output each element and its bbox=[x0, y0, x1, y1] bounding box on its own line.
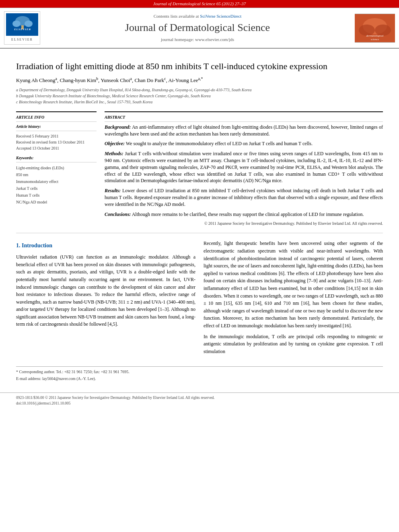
methods-label: Methods: bbox=[105, 151, 123, 156]
authors-line: Kyung Ah Cheonga, Chang-hyun Kimb, Yunse… bbox=[16, 76, 383, 84]
keyword-4: Human T cells bbox=[16, 192, 97, 199]
journal-title-center: Contents lists available at SciVerse Sci… bbox=[44, 13, 351, 43]
journal-name: Journal of Dermatological Science bbox=[44, 21, 351, 35]
affiliation-a: a Department of Dermatology, Dongguk Uni… bbox=[16, 87, 383, 93]
results-label: Results: bbox=[105, 188, 121, 193]
affiliation-b: b Dongguk University Research Institute … bbox=[16, 93, 383, 99]
background-label: Background: bbox=[105, 124, 131, 130]
doi-line: doi:10.1016/j.jdermsci.2011.10.005 bbox=[16, 401, 383, 406]
svg-text:ELSEVIER: ELSEVIER bbox=[14, 28, 31, 31]
received-revised-date: Received in revised form 13 October 2011 bbox=[16, 139, 97, 145]
elsevier-logo: ELSEVIER ELSEVIER bbox=[4, 11, 40, 44]
author-sup-a3: a,* bbox=[198, 76, 203, 81]
section-divider bbox=[16, 233, 383, 233]
keywords-list: Light-emitting diodes (LEDs) 850 nm Immu… bbox=[16, 164, 97, 205]
journal-reference-bar: Journal of Dermatological Science 65 (20… bbox=[0, 0, 399, 8]
keyword-3: Jurkat T cells bbox=[16, 185, 97, 192]
intro-para1: Ultraviolet radiation (UVR) can function… bbox=[16, 253, 195, 328]
abstract-label: ABSTRACT bbox=[105, 115, 383, 122]
journal-homepage: journal homepage: www.elsevier.com/jds bbox=[44, 37, 351, 43]
intro-para2: Recently, light therapeutic benefits hav… bbox=[204, 240, 383, 329]
dermatology-logo-icon: dermatological science bbox=[355, 14, 395, 42]
keywords-section: Keywords: Light-emitting diodes (LEDs) 8… bbox=[16, 155, 97, 205]
elsevier-tree-icon: ELSEVIER bbox=[8, 15, 37, 31]
body-right-col: Recently, light therapeutic benefits hav… bbox=[204, 240, 383, 358]
author-chang: Chang-hyun Kim bbox=[60, 78, 96, 84]
journal-logo-box: dermatological science bbox=[355, 14, 395, 43]
article-info-abstract: ARTICLE INFO Article history: Received 5… bbox=[16, 111, 383, 227]
affiliation-c: c Biotechnology Research Institute, Huri… bbox=[16, 99, 383, 105]
main-content: Irradiation of light emitting diode at 8… bbox=[0, 49, 399, 387]
journal-header: ELSEVIER ELSEVIER Contents lists availab… bbox=[0, 8, 399, 48]
bottom-bar: 0923-1811/$36.00 © 2011 Japanese Society… bbox=[0, 392, 399, 409]
conclusions-text: Although more remains to be clarified, t… bbox=[132, 212, 364, 217]
abstract-conclusions: Conclusions: Although more remains to be… bbox=[105, 211, 383, 218]
abstract-column: ABSTRACT Background: An anti-inflammator… bbox=[105, 111, 383, 227]
abstract-results: Results: Lower doses of LED irradiation … bbox=[105, 187, 383, 207]
body-content: 1. Introduction Ultraviolet radiation (U… bbox=[16, 240, 383, 358]
elsevier-text: ELSEVIER bbox=[6, 37, 38, 43]
objective-label: Objective: bbox=[105, 141, 125, 146]
article-title: Irradiation of light emitting diode at 8… bbox=[16, 61, 383, 72]
body-left-col: 1. Introduction Ultraviolet radiation (U… bbox=[16, 240, 195, 358]
abstract-objective: Objective: We sought to analyze the immu… bbox=[105, 140, 383, 147]
author-sup-a2: a bbox=[130, 76, 132, 81]
author-kyung: Kyung Ah Cheong bbox=[16, 78, 56, 84]
footnotes: * Corresponding author. Tel.: +82 31 961… bbox=[16, 366, 383, 382]
svg-text:dermatological: dermatological bbox=[366, 34, 384, 37]
corresponding-footnote: * Corresponding author. Tel.: +82 31 961… bbox=[16, 369, 383, 375]
accepted-date: Accepted 13 October 2011 bbox=[16, 145, 97, 151]
keywords-label: Keywords: bbox=[16, 155, 97, 162]
author-sup-a: a bbox=[56, 76, 57, 81]
intro-heading: 1. Introduction bbox=[16, 241, 195, 250]
author-ai: Ai-Young Lee bbox=[168, 78, 198, 84]
sciverse-anchor[interactable]: SciVerse ScienceDirect bbox=[200, 14, 241, 18]
keyword-0: Light-emitting diodes (LEDs) bbox=[16, 164, 97, 171]
intro-para3: In the immunologic modulation, T cells a… bbox=[204, 333, 383, 355]
article-info-label: ARTICLE INFO bbox=[16, 115, 97, 122]
keyword-2: Immunomodulatory effect bbox=[16, 178, 97, 185]
author-chan: Chan Do Park bbox=[134, 78, 164, 84]
svg-point-3 bbox=[25, 21, 33, 27]
issn-line: 0923-1811/$36.00 © 2011 Japanese Society… bbox=[16, 395, 383, 401]
svg-point-2 bbox=[12, 21, 21, 27]
homepage-label: journal homepage: www.elsevier.com/jds bbox=[161, 37, 234, 42]
email-footnote: E-mail address: lay5604@naver.com (A.-Y.… bbox=[16, 376, 383, 382]
keyword-5: NC/Nga AD model bbox=[16, 199, 97, 205]
history-label: Article history: bbox=[16, 124, 97, 131]
author-yunseok: Yunseok Choi bbox=[101, 78, 130, 84]
elsevier-brand: ELSEVIER bbox=[6, 13, 38, 35]
results-text: Lower doses of LED irradiation at 850 nm… bbox=[105, 188, 383, 207]
abstract-copyright: © 2011 Japanese Society for Investigativ… bbox=[105, 221, 383, 226]
journal-logo-image: dermatological science bbox=[355, 14, 395, 42]
article-history: Article history: Received 5 February 201… bbox=[16, 124, 97, 151]
sciverse-link: Contents lists available at SciVerse Sci… bbox=[44, 13, 351, 19]
author-sup-b: b bbox=[96, 76, 98, 81]
affiliations: a Department of Dermatology, Dongguk Uni… bbox=[16, 87, 383, 105]
methods-text: Jurkat T cells with/without stimulation … bbox=[105, 151, 383, 183]
background-text: An anti-inflammatory effect of light obt… bbox=[105, 124, 383, 137]
objective-text: We sought to analyze the immunomodulator… bbox=[126, 141, 313, 146]
received-date: Received 5 February 2011 bbox=[16, 133, 97, 139]
journal-reference-text: Journal of Dermatological Science 65 (20… bbox=[153, 1, 246, 6]
author-sup-c: c bbox=[164, 76, 166, 81]
abstract-background: Background: An anti-inflammatory effect … bbox=[105, 124, 383, 138]
article-info-column: ARTICLE INFO Article history: Received 5… bbox=[16, 111, 97, 227]
svg-text:science: science bbox=[371, 38, 379, 41]
abstract-methods: Methods: Jurkat T cells with/without sti… bbox=[105, 150, 383, 184]
conclusions-label: Conclusions: bbox=[105, 212, 131, 217]
keyword-1: 850 nm bbox=[16, 171, 97, 178]
